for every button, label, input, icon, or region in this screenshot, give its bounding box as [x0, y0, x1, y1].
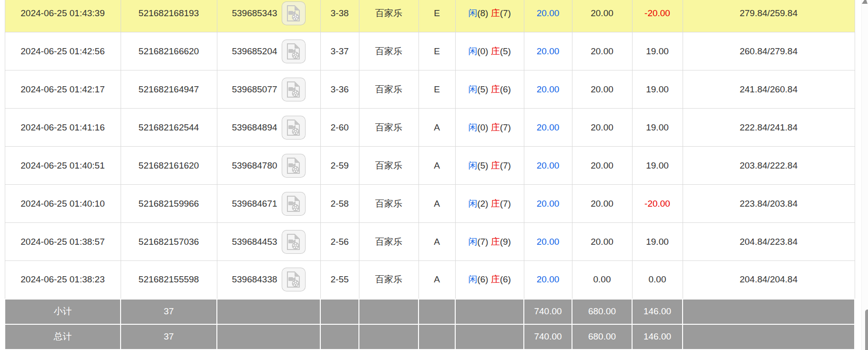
table-letter-cell: A [419, 261, 455, 299]
balance-cell: 241.84/260.84 [683, 70, 855, 109]
footer-bet-total-cell: 740.00 [524, 324, 572, 350]
time-cell: 2024-06-25 01:41:16 [5, 109, 121, 147]
footer-winloss-total-cell: 146.00 [632, 324, 683, 350]
win-loss-cell: 0.00 [632, 261, 683, 299]
table-row[interactable]: 2024-06-25 01:40:51 521682161620 5396847… [5, 147, 855, 185]
bet-amount-cell: 20.00 [524, 109, 572, 147]
time-cell: 2024-06-25 01:38:23 [5, 261, 121, 299]
win-loss-cell: -20.00 [632, 185, 683, 223]
footer-empty-cell [359, 299, 419, 324]
banker-result-label: 庄 [491, 8, 500, 18]
game-type-cell: 百家乐 [359, 185, 419, 223]
footer-valid-total-cell: 680.00 [572, 299, 632, 324]
game-id-cell: 539685077 [217, 70, 320, 109]
table-row[interactable]: 2024-06-25 01:43:39 521682168193 5396853… [5, 0, 855, 32]
table-row[interactable]: 2024-06-25 01:42:17 521682164947 5396850… [5, 70, 855, 109]
valid-bet-cell: 20.00 [572, 185, 632, 223]
footer-empty-cell [683, 324, 855, 350]
round-cell: 2-60 [320, 109, 359, 147]
game-id-text: 539684894 [232, 122, 277, 133]
scrollbar-up-arrow-icon[interactable] [862, 0, 868, 4]
video-replay-button[interactable] [282, 268, 306, 291]
table-row[interactable]: 2024-06-25 01:41:16 521682162544 5396848… [5, 109, 855, 147]
footer-bet-total-cell: 740.00 [524, 299, 572, 324]
video-replay-button[interactable] [282, 192, 306, 216]
player-result-label: 闲 [468, 84, 477, 94]
game-id-cell: 539684894 [217, 109, 320, 147]
footer-empty-cell [320, 324, 359, 350]
valid-bet-cell: 20.00 [572, 70, 632, 109]
result-cell: 闲(7) 庄(9) [455, 223, 524, 261]
player-result-label: 闲 [468, 160, 477, 170]
result-cell: 闲(5) 庄(7) [455, 147, 524, 185]
bet-amount-cell: 20.00 [524, 223, 572, 261]
player-result-label: 闲 [468, 237, 477, 247]
table-row[interactable]: 2024-06-25 01:38:23 521682155598 5396843… [5, 261, 855, 299]
video-replay-icon [286, 81, 301, 98]
footer-empty-cell [359, 324, 419, 350]
player-result-points: (0) [477, 122, 488, 132]
banker-result-points: (5) [500, 46, 511, 56]
footer-label-cell: 小计 [5, 299, 121, 324]
game-id-text: 539685204 [232, 46, 277, 57]
banker-result-label: 庄 [491, 160, 500, 170]
banker-result-points: (7) [500, 8, 511, 18]
game-id-cell: 539685343 [217, 0, 320, 32]
win-loss-cell: 19.00 [632, 147, 683, 185]
game-id-text: 539685077 [232, 84, 277, 95]
game-type-cell: 百家乐 [359, 70, 419, 109]
table-letter-cell: A [419, 185, 455, 223]
time-cell: 2024-06-25 01:38:57 [5, 223, 121, 261]
balance-cell: 260.84/279.84 [683, 32, 855, 70]
video-replay-button[interactable] [282, 116, 306, 140]
player-result-points: (2) [477, 199, 488, 209]
bet-amount-cell: 20.00 [524, 70, 572, 109]
table-letter-cell: A [419, 223, 455, 261]
footer-empty-cell [419, 324, 455, 350]
player-result-points: (8) [477, 8, 488, 18]
balance-cell: 222.84/241.84 [683, 109, 855, 147]
round-cell: 2-55 [320, 261, 359, 299]
banker-result-label: 庄 [491, 237, 500, 247]
game-type-cell: 百家乐 [359, 147, 419, 185]
player-result-label: 闲 [468, 122, 477, 132]
round-cell: 3-36 [320, 70, 359, 109]
table-row[interactable]: 2024-06-25 01:42:56 521682166620 5396852… [5, 32, 855, 70]
player-result-label: 闲 [468, 199, 477, 209]
player-result-points: (6) [477, 274, 488, 284]
time-cell: 2024-06-25 01:40:51 [5, 147, 121, 185]
table-row[interactable]: 2024-06-25 01:38:57 521682157036 5396844… [5, 223, 855, 261]
video-replay-button[interactable] [282, 154, 306, 178]
banker-result-label: 庄 [491, 199, 500, 209]
round-cell: 3-38 [320, 0, 359, 32]
game-id-text: 539684338 [232, 274, 277, 285]
game-id-cell: 539685204 [217, 32, 320, 70]
video-replay-icon [286, 119, 301, 136]
banker-result-label: 庄 [491, 122, 500, 132]
scrollbar-track[interactable] [861, 0, 868, 350]
valid-bet-cell: 20.00 [572, 32, 632, 70]
scrollbar-thumb[interactable] [865, 310, 868, 350]
result-cell: 闲(2) 庄(7) [455, 185, 524, 223]
video-replay-button[interactable] [282, 1, 306, 25]
table-row[interactable]: 2024-06-25 01:40:10 521682159966 5396846… [5, 185, 855, 223]
bet-records-table: 2024-06-25 01:43:39 521682168193 5396853… [4, 0, 855, 350]
video-replay-button[interactable] [282, 230, 306, 254]
game-type-cell: 百家乐 [359, 261, 419, 299]
balance-cell: 203.84/222.84 [683, 147, 855, 185]
win-loss-cell: 19.00 [632, 109, 683, 147]
order-id-cell: 521682164947 [121, 70, 217, 109]
video-replay-icon [286, 195, 301, 212]
round-cell: 2-56 [320, 223, 359, 261]
video-replay-button[interactable] [282, 40, 306, 63]
records-viewport: 2024-06-25 01:43:39 521682168193 5396853… [0, 0, 868, 350]
banker-result-points: (7) [500, 122, 511, 132]
win-loss-cell: 19.00 [632, 223, 683, 261]
result-cell: 闲(0) 庄(7) [455, 109, 524, 147]
valid-bet-cell: 20.00 [572, 223, 632, 261]
video-replay-button[interactable] [282, 78, 306, 101]
banker-result-points: (9) [500, 237, 511, 247]
banker-result-points: (7) [500, 160, 511, 170]
player-result-label: 闲 [468, 46, 477, 56]
table-letter-cell: A [419, 109, 455, 147]
